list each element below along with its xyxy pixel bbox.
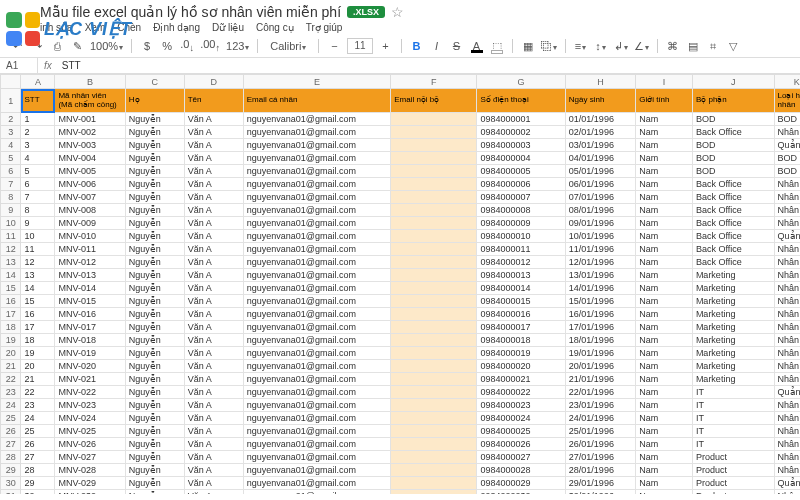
cell-mnv[interactable]: MNV-014 bbox=[55, 282, 125, 295]
cell-dob[interactable]: 10/01/1996 bbox=[565, 230, 635, 243]
cell-dob[interactable]: 18/01/1996 bbox=[565, 334, 635, 347]
cell-ten[interactable]: Văn A bbox=[184, 126, 243, 139]
cell-ho[interactable]: Nguyễn bbox=[125, 165, 184, 178]
cell-stt[interactable]: 10 bbox=[21, 230, 55, 243]
cell-sex[interactable]: Nam bbox=[636, 256, 693, 269]
cell-stt[interactable]: 9 bbox=[21, 217, 55, 230]
cell-ten[interactable]: Văn A bbox=[184, 139, 243, 152]
cell-email[interactable]: nguyenvana01@gmail.com bbox=[243, 230, 390, 243]
cell-dob[interactable]: 11/01/1996 bbox=[565, 243, 635, 256]
cell-sex[interactable]: Nam bbox=[636, 386, 693, 399]
cell-email[interactable]: nguyenvana01@gmail.com bbox=[243, 295, 390, 308]
cell-email-int[interactable] bbox=[391, 282, 477, 295]
cell-job[interactable]: Nhân bbox=[774, 490, 800, 495]
cell-stt[interactable]: 22 bbox=[21, 386, 55, 399]
cell-ten[interactable]: Văn A bbox=[184, 295, 243, 308]
cell-email[interactable]: nguyenvana01@gmail.com bbox=[243, 438, 390, 451]
cell-mnv[interactable]: MNV-022 bbox=[55, 386, 125, 399]
cell-mnv[interactable]: MNV-006 bbox=[55, 178, 125, 191]
cell-phone[interactable]: 0984000002 bbox=[477, 126, 565, 139]
cell-email-int[interactable] bbox=[391, 321, 477, 334]
header-cell-B[interactable]: Mã nhân viên (Mã chấm công) bbox=[55, 89, 125, 113]
cell-dept[interactable]: Product bbox=[692, 451, 774, 464]
cell-mnv[interactable]: MNV-025 bbox=[55, 425, 125, 438]
cell-dept[interactable]: Back Office bbox=[692, 191, 774, 204]
cell-email[interactable]: nguyenvana01@gmail.com bbox=[243, 347, 390, 360]
cell-email[interactable]: nguyenvana01@gmail.com bbox=[243, 178, 390, 191]
cell-email-int[interactable] bbox=[391, 477, 477, 490]
name-box[interactable]: A1 bbox=[0, 58, 38, 73]
cell-mnv[interactable]: MNV-018 bbox=[55, 334, 125, 347]
row-header-25[interactable]: 25 bbox=[1, 412, 21, 425]
cell-ten[interactable]: Văn A bbox=[184, 425, 243, 438]
cell-stt[interactable]: 28 bbox=[21, 464, 55, 477]
select-all-corner[interactable] bbox=[1, 75, 21, 89]
cell-phone[interactable]: 0984000026 bbox=[477, 438, 565, 451]
cell-sex[interactable]: Nam bbox=[636, 178, 693, 191]
cell-email[interactable]: nguyenvana01@gmail.com bbox=[243, 386, 390, 399]
cell-mnv[interactable]: MNV-016 bbox=[55, 308, 125, 321]
cell-ho[interactable]: Nguyễn bbox=[125, 451, 184, 464]
col-header-B[interactable]: B bbox=[55, 75, 125, 89]
cell-sex[interactable]: Nam bbox=[636, 490, 693, 495]
col-header-K[interactable]: K bbox=[774, 75, 800, 89]
cell-ten[interactable]: Văn A bbox=[184, 217, 243, 230]
row-header-6[interactable]: 6 bbox=[1, 165, 21, 178]
cell-dept[interactable]: Back Office bbox=[692, 217, 774, 230]
cell-dob[interactable]: 29/01/1996 bbox=[565, 477, 635, 490]
menu-định-dạng[interactable]: Định dạng bbox=[153, 22, 200, 33]
cell-dept[interactable]: Back Office bbox=[692, 230, 774, 243]
cell-job[interactable]: Nhân bbox=[774, 334, 800, 347]
col-header-J[interactable]: J bbox=[692, 75, 774, 89]
cell-ten[interactable]: Văn A bbox=[184, 165, 243, 178]
row-header-7[interactable]: 7 bbox=[1, 178, 21, 191]
cell-stt[interactable]: 12 bbox=[21, 256, 55, 269]
row-header-1[interactable]: 1 bbox=[1, 89, 21, 113]
cell-mnv[interactable]: MNV-001 bbox=[55, 113, 125, 126]
cell-job[interactable]: Nhân bbox=[774, 308, 800, 321]
cell-sex[interactable]: Nam bbox=[636, 373, 693, 386]
cell-email-int[interactable] bbox=[391, 412, 477, 425]
cell-phone[interactable]: 0984000010 bbox=[477, 230, 565, 243]
cell-dob[interactable]: 01/01/1996 bbox=[565, 113, 635, 126]
col-header-D[interactable]: D bbox=[184, 75, 243, 89]
cell-dept[interactable]: Marketing bbox=[692, 295, 774, 308]
row-header-27[interactable]: 27 bbox=[1, 438, 21, 451]
cell-ten[interactable]: Văn A bbox=[184, 204, 243, 217]
cell-phone[interactable]: 0984000003 bbox=[477, 139, 565, 152]
cell-stt[interactable]: 26 bbox=[21, 438, 55, 451]
row-header-11[interactable]: 11 bbox=[1, 230, 21, 243]
row-header-16[interactable]: 16 bbox=[1, 295, 21, 308]
cell-sex[interactable]: Nam bbox=[636, 217, 693, 230]
cell-phone[interactable]: 0984000005 bbox=[477, 165, 565, 178]
cell-stt[interactable]: 29 bbox=[21, 477, 55, 490]
cell-job[interactable]: Nhân bbox=[774, 373, 800, 386]
cell-mnv[interactable]: MNV-015 bbox=[55, 295, 125, 308]
cell-mnv[interactable]: MNV-026 bbox=[55, 438, 125, 451]
row-header-5[interactable]: 5 bbox=[1, 152, 21, 165]
cell-mnv[interactable]: MNV-011 bbox=[55, 243, 125, 256]
header-cell-K[interactable]: Loại h nhân bbox=[774, 89, 800, 113]
cell-dob[interactable]: 06/01/1996 bbox=[565, 178, 635, 191]
cell-ten[interactable]: Văn A bbox=[184, 451, 243, 464]
cell-stt[interactable]: 30 bbox=[21, 490, 55, 495]
borders-button[interactable]: ▦ bbox=[521, 40, 535, 53]
header-cell-F[interactable]: Email nội bộ bbox=[391, 89, 477, 113]
cell-dob[interactable]: 16/01/1996 bbox=[565, 308, 635, 321]
cell-stt[interactable]: 25 bbox=[21, 425, 55, 438]
cell-stt[interactable]: 27 bbox=[21, 451, 55, 464]
cell-mnv[interactable]: MNV-009 bbox=[55, 217, 125, 230]
cell-email[interactable]: nguyenvana01@gmail.com bbox=[243, 334, 390, 347]
cell-email[interactable]: nguyenvana01@gmail.com bbox=[243, 191, 390, 204]
cell-ten[interactable]: Văn A bbox=[184, 321, 243, 334]
cell-email[interactable]: nguyenvana01@gmail.com bbox=[243, 321, 390, 334]
header-cell-C[interactable]: Họ bbox=[125, 89, 184, 113]
cell-ten[interactable]: Văn A bbox=[184, 243, 243, 256]
cell-dept[interactable]: BOD bbox=[692, 152, 774, 165]
cell-job[interactable]: Quản bbox=[774, 230, 800, 243]
col-header-A[interactable]: A bbox=[21, 75, 55, 89]
col-header-E[interactable]: E bbox=[243, 75, 390, 89]
cell-dob[interactable]: 13/01/1996 bbox=[565, 269, 635, 282]
cell-mnv[interactable]: MNV-013 bbox=[55, 269, 125, 282]
cell-phone[interactable]: 0984000022 bbox=[477, 386, 565, 399]
